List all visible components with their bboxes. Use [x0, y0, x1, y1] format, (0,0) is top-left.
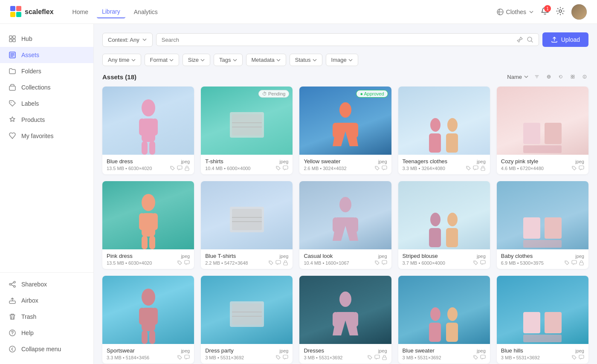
search-icon[interactable]: [527, 36, 533, 43]
asset-card[interactable]: Blue hills jpeg 3 MB • 5531×3692: [497, 276, 588, 364]
sidebar-item-collections[interactable]: Collections: [0, 79, 93, 95]
asset-card[interactable]: Teenagers clothes jpeg 3.3 MB • 3264×408…: [398, 87, 490, 174]
asset-meta-row: 2.2 MB • 5472×3648: [205, 260, 288, 266]
tag-icon[interactable]: [177, 260, 183, 266]
asset-card[interactable]: Pink dress jpeg 13.5 MB • 6030×4020: [102, 181, 194, 269]
nav-analytics[interactable]: Analytics: [129, 6, 163, 18]
asset-card[interactable]: Casual look jpeg 10.4 MB • 1600×1067: [299, 181, 391, 269]
svg-rect-67: [185, 260, 189, 264]
comment-icon[interactable]: [283, 165, 288, 171]
asset-card[interactable]: Dress party jpeg 3 MB • 5531×3692: [201, 276, 293, 364]
asset-card[interactable]: Sportswear jpeg 3.3 MB • 5184×3456: [102, 276, 194, 364]
tag-icon[interactable]: [177, 355, 183, 360]
sidebar-item-folders[interactable]: Folders: [0, 63, 93, 79]
comment-icon[interactable]: [177, 165, 183, 171]
tag-icon[interactable]: [571, 165, 577, 171]
settings-button[interactable]: [556, 7, 565, 17]
refresh-icon[interactable]: [557, 73, 565, 81]
globe-icon[interactable]: [545, 73, 553, 81]
nav-library[interactable]: Library: [97, 6, 125, 18]
tag-icon[interactable]: [564, 260, 570, 266]
sidebar-item-trash[interactable]: Trash: [0, 309, 93, 325]
context-selector[interactable]: Context: Any: [102, 33, 153, 47]
filter-list-icon[interactable]: [533, 73, 541, 81]
asset-thumbnail: [102, 181, 194, 249]
pin-icon[interactable]: [516, 36, 523, 43]
user-avatar[interactable]: [571, 4, 587, 20]
comment-icon[interactable]: [579, 355, 584, 360]
filter-status[interactable]: Status: [290, 54, 322, 66]
sidebar-item-assets[interactable]: Assets: [0, 47, 93, 63]
tag-icon[interactable]: [275, 165, 281, 171]
tag-icon[interactable]: [170, 165, 175, 171]
lock-icon[interactable]: [184, 165, 190, 171]
comment-icon[interactable]: [480, 355, 486, 360]
comment-icon[interactable]: [473, 165, 478, 171]
notifications-button[interactable]: 1: [541, 7, 549, 17]
upload-button[interactable]: Upload: [542, 32, 588, 47]
tag-icon[interactable]: [374, 165, 380, 171]
asset-card[interactable]: Striped blouse jpeg 3.7 MB • 6000×4000: [398, 181, 490, 269]
tag-icon[interactable]: [473, 355, 478, 360]
lock-icon[interactable]: [283, 260, 288, 266]
comment-icon[interactable]: [374, 355, 380, 360]
sidebar-collapse[interactable]: Collapse menu: [0, 341, 93, 357]
tag-icon[interactable]: [275, 355, 281, 360]
nav-home[interactable]: Home: [67, 6, 93, 18]
sidebar-item-labels[interactable]: Labels: [0, 95, 93, 112]
sidebar-item-hub[interactable]: Hub: [0, 31, 93, 47]
asset-card[interactable]: Dresses jpeg 3 MB • 5531×3692: [299, 276, 391, 364]
sidebar-item-sharebox[interactable]: Sharebox: [0, 276, 93, 292]
svg-point-66: [178, 261, 179, 262]
search-input[interactable]: [162, 37, 513, 43]
lock-icon[interactable]: [579, 260, 584, 266]
asset-card[interactable]: Blue sweater jpeg 3 MB • 5531×3692: [398, 276, 490, 364]
filter-format[interactable]: Format: [145, 54, 179, 66]
comment-icon[interactable]: [480, 260, 486, 266]
asset-card[interactable]: Cozy pink style jpeg 4.6 MB • 6720×4480: [497, 87, 588, 174]
lock-icon[interactable]: [480, 165, 486, 171]
filter-metadata[interactable]: Metadata: [246, 54, 286, 66]
filter-size[interactable]: Size: [183, 54, 210, 66]
tag-icon[interactable]: [268, 260, 274, 266]
sidebar-assets-label: Assets: [21, 52, 39, 58]
filter-image[interactable]: Image: [326, 54, 358, 66]
sidebar-item-favorites[interactable]: My favorites: [0, 128, 93, 144]
search-bar: Context: Any Upload: [102, 32, 588, 47]
asset-card[interactable]: Baby clothes jpeg 6.9 MB • 5300×3975: [497, 181, 588, 269]
tag-icon[interactable]: [374, 260, 380, 266]
svg-rect-17: [9, 301, 15, 303]
asset-card[interactable]: Blue dress jpeg 13.5 MB • 6030×4020: [102, 87, 194, 174]
asset-size-dims: 3 MB • 5531×3692: [501, 355, 540, 360]
comment-icon[interactable]: [283, 355, 288, 360]
sort-selector[interactable]: Name: [507, 74, 529, 80]
asset-card[interactable]: ⏱ Pending T-shirts jpeg 10.4 MB • 6000×4…: [201, 87, 293, 174]
comment-icon[interactable]: [184, 355, 190, 360]
sidebar-item-airbox[interactable]: Airbox: [0, 292, 93, 309]
tag-icon[interactable]: [367, 355, 373, 360]
lock-icon[interactable]: [382, 355, 387, 360]
asset-name-label: Pink dress: [107, 253, 133, 259]
sidebar-item-help[interactable]: Help: [0, 325, 93, 341]
asset-card[interactable]: Blue T-shirts jpeg 2.2 MB • 5472×3648: [201, 181, 293, 269]
svg-rect-25: [571, 77, 572, 78]
comment-icon[interactable]: [571, 260, 577, 266]
tag-icon[interactable]: [473, 260, 478, 266]
tag-icon[interactable]: [466, 165, 471, 171]
comment-icon[interactable]: [382, 165, 387, 171]
tag-icon[interactable]: [571, 355, 577, 360]
comment-icon[interactable]: [275, 260, 281, 266]
filter-anytime[interactable]: Any time: [102, 54, 141, 66]
filter-tags[interactable]: Tags: [214, 54, 242, 66]
svg-point-92: [142, 289, 155, 306]
sidebar-item-products[interactable]: Products: [0, 112, 93, 128]
grid-view-icon[interactable]: [569, 73, 577, 81]
workspace-selector[interactable]: Clothes: [497, 9, 534, 15]
comment-icon[interactable]: [579, 165, 584, 171]
comment-icon[interactable]: [382, 260, 387, 266]
comment-icon[interactable]: [184, 260, 190, 266]
logo[interactable]: scaleflex: [10, 6, 54, 18]
info-icon[interactable]: [581, 73, 588, 81]
asset-card[interactable]: ● Approved Yellow sweater jpeg 2.6 MB • …: [299, 87, 391, 174]
asset-name-row: Casual look jpeg: [304, 253, 387, 259]
